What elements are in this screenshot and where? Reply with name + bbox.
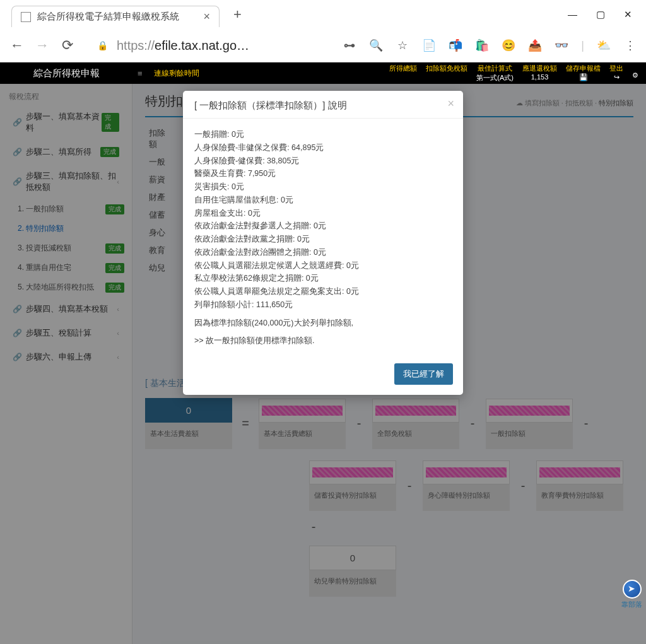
url-field[interactable]: https://efile.tax.nat.go… <box>117 38 249 53</box>
modal-line: 醫藥及生育費: 7,950元 <box>194 168 452 180</box>
hdr-gear-icon[interactable]: ⚙ <box>630 64 641 79</box>
modal-close-icon[interactable]: × <box>447 97 454 110</box>
modal-line: 依政治獻金法對擬參選人之捐贈: 0元 <box>194 220 452 232</box>
menu-icon[interactable]: ⋮ <box>623 38 637 52</box>
modal-header: [ 一般扣除額（採標準扣除額）] 說明 × <box>183 91 463 119</box>
hdr-income: 所得總額 <box>387 64 420 73</box>
ext-icon-5[interactable]: 📤 <box>528 38 542 52</box>
ext-icon-6[interactable]: 👓 <box>555 38 568 52</box>
watermark-logo-icon <box>623 580 642 599</box>
forward-icon: → <box>34 37 50 54</box>
app-title: 綜合所得稅申報 <box>0 67 132 79</box>
modal-line: 列舉扣除額小計: 111,650元 <box>194 299 452 311</box>
modal-ok-button[interactable]: 我已經了解 <box>394 363 453 385</box>
remain-time-label: 連線剩餘時間 <box>154 68 199 79</box>
star-icon[interactable]: ☆ <box>396 38 409 52</box>
explanation-modal: [ 一般扣除額（採標準扣除額）] 說明 × 一般捐贈: 0元 人身保險費-非健保… <box>183 91 463 395</box>
page-icon <box>21 12 31 22</box>
app-header: 綜合所得稅申報 ≡ 連線剩餘時間 所得總額 扣除額免稅額 最佳計算式第一式(A式… <box>0 62 646 84</box>
modal-note-1: 因為標準扣除額(240,000元)大於列舉扣除額, <box>194 317 452 329</box>
tab-title: 綜合所得稅電子結算申報繳稅系統 <box>37 11 179 23</box>
watermark: 靠部落 <box>621 580 642 609</box>
browser-chrome: 綜合所得稅電子結算申報繳稅系統 × + — ▢ ✕ ← → ⟳ 🔒 https:… <box>0 0 646 62</box>
modal-line: 依政治獻金法對政治團體之捐贈: 0元 <box>194 247 452 259</box>
close-tab-icon[interactable]: × <box>203 10 210 23</box>
modal-body: 一般捐贈: 0元 人身保險費-非健保之保費: 64,895元 人身保險費-健保費… <box>183 119 463 357</box>
toolbar-icons: ⊶ 🔍 ☆ 📄 📬 🛍️ 😊 📤 👓 | ⛅ ⋮ <box>343 38 637 52</box>
modal-line: 依公職人員選舉罷免法規定之罷免案支出: 0元 <box>194 286 452 298</box>
title-bar: 綜合所得稅電子結算申報繳稅系統 × + — ▢ ✕ <box>0 0 646 29</box>
modal-line: 人身保險費-非健保之保費: 64,895元 <box>194 142 452 154</box>
back-icon[interactable]: ← <box>9 37 25 54</box>
modal-line: 依公職人員選罷法規定候選人之競選經費: 0元 <box>194 260 452 272</box>
hdr-refund: 應退還稅額1,153 <box>520 64 560 81</box>
modal-line: 一般捐贈: 0元 <box>194 129 452 141</box>
separator: | <box>581 39 584 52</box>
ext-icon-2[interactable]: 📬 <box>449 38 462 52</box>
new-tab-button[interactable]: + <box>233 6 242 23</box>
hdr-best: 最佳計算式第一式(A式) <box>474 64 516 83</box>
hdr-save[interactable]: 儲存申報檔💾 <box>563 64 603 81</box>
key-icon[interactable]: ⊶ <box>343 38 356 52</box>
watermark-text: 靠部落 <box>621 600 642 608</box>
hamburger-icon[interactable]: ≡ <box>138 69 143 78</box>
ext-icon-3[interactable]: 🛍️ <box>475 38 489 52</box>
ext-icon-4[interactable]: 😊 <box>502 38 515 52</box>
profile-icon[interactable]: ⛅ <box>597 38 611 52</box>
modal-note-2: >> 故一般扣除額使用標準扣除額. <box>194 335 452 347</box>
address-bar: ← → ⟳ 🔒 https://efile.tax.nat.go… ⊶ 🔍 ☆ … <box>0 29 646 62</box>
modal-line: 房屋租金支出: 0元 <box>194 208 452 220</box>
modal-line: 私立學校法第62條規定之捐贈: 0元 <box>194 272 452 284</box>
modal-line: 自用住宅購屋借款利息: 0元 <box>194 194 452 206</box>
maximize-icon[interactable]: ▢ <box>596 9 605 20</box>
modal-line: 災害損失: 0元 <box>194 181 452 193</box>
modal-line: 依政治獻金法對政黨之捐贈: 0元 <box>194 233 452 245</box>
reload-icon[interactable]: ⟳ <box>59 37 76 54</box>
modal-line: 人身保險費-健保費: 38,805元 <box>194 155 452 167</box>
hdr-logout[interactable]: 登出↪ <box>607 64 626 81</box>
modal-title: [ 一般扣除額（採標準扣除額）] 說明 <box>194 100 347 110</box>
minimize-icon[interactable]: — <box>568 9 577 20</box>
zoom-icon[interactable]: 🔍 <box>369 38 383 52</box>
close-window-icon[interactable]: ✕ <box>624 9 632 20</box>
lock-icon: 🔒 <box>97 40 108 50</box>
hdr-deduct: 扣除額免稅額 <box>423 64 470 73</box>
browser-tab[interactable]: 綜合所得稅電子結算申報繳稅系統 × <box>11 6 220 27</box>
window-controls: — ▢ ✕ <box>568 9 646 20</box>
modal-footer: 我已經了解 <box>183 357 463 395</box>
ext-icon-1[interactable]: 📄 <box>422 38 436 52</box>
